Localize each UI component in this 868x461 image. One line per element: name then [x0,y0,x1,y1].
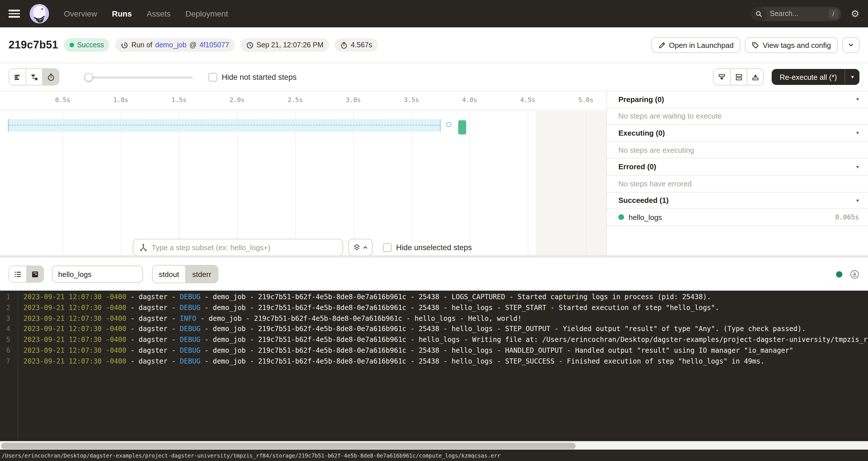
expand-bottom-icon[interactable] [714,69,730,85]
section-collapse-caret-icon[interactable]: ▾ [856,97,859,102]
timestamp-pill: Sep 21, 12:07:26 PM [241,38,329,52]
hide-unselected-control[interactable]: Hide unselected steps [383,243,472,252]
log-filter-input[interactable]: hello_logs [52,266,143,283]
horizontal-scrollbar[interactable] [0,441,868,450]
dagster-run-page: Overview Runs Assets Deployment Search..… [0,0,868,461]
gear-icon[interactable]: ⚙ [851,9,860,19]
dagster-logo-icon[interactable] [30,4,49,23]
reexecute-menu-caret[interactable]: ▾ [845,69,860,85]
tab-stdout[interactable]: stdout [153,266,185,283]
section-label: Succeeded (1) [618,196,669,205]
axis-tick-label: 0.5s [55,96,70,104]
section-collapse-caret-icon[interactable]: ▾ [856,164,859,170]
gantt-chart: 0.5s1.0s1.5s2.0s2.5s3.0s3.5s4.0s4.5s5.0s [0,91,607,255]
zoom-slider-track[interactable] [84,76,193,79]
view-flat-icon[interactable] [9,69,26,85]
step-row[interactable]: hello_logs0.065s [607,209,868,226]
nav-item-deployment[interactable]: Deployment [186,9,228,18]
reexecute-all-button[interactable]: Re-execute all (*) ▾ [772,69,860,85]
log-line-text: 2023-09-21 12:07:30 -0400 - dagster - IN… [18,314,522,325]
log-line-text: 2023-09-21 12:07:30 -0400 - dagster - DE… [18,325,806,336]
section-collapse-caret-icon[interactable]: ▾ [856,198,859,204]
duration-pill: 4.567s [335,38,378,52]
gridline [411,111,412,255]
log-file-path: /Users/erincochran/Desktop/dagster-examp… [0,452,500,458]
download-icon[interactable] [850,269,860,279]
log-capture-status-icon [836,271,842,277]
raw-log-view-icon[interactable] [26,266,43,282]
horizontal-scrollbar-thumb[interactable] [1,443,576,449]
structured-log-view-icon[interactable] [9,266,26,282]
step-duration: 0.065s [835,213,859,221]
gridline [528,111,528,255]
commit-link[interactable]: 4f105077 [199,41,229,49]
log-line: 62023-09-21 12:07:30 -0400 - dagster - D… [0,346,868,357]
step-name[interactable]: hello_logs [629,213,662,222]
section-label: Errored (0) [618,162,656,171]
open-in-launchpad-button[interactable]: Open in Launchpad [651,37,741,53]
hide-unselected-checkbox[interactable] [383,243,392,252]
nav-item-runs[interactable]: Runs [112,9,132,18]
step-section-header[interactable]: Errored (0)▾ [607,159,868,176]
step-status-panel: Preparing (0)▾No steps are waiting to ex… [607,91,868,255]
run-header: 219c7b51 Success Run of demo_job @ 4f105… [0,27,868,63]
tab-stderr[interactable]: stderr [185,266,218,283]
empty-state-text: No steps are waiting to execute [618,112,722,121]
gantt-toolbar: Hide not started steps [0,63,868,91]
run-actions-menu-button[interactable] [842,37,860,53]
log-line: 22023-09-21 12:07:30 -0400 - dagster - D… [0,304,868,314]
step-section-empty-state: No steps are executing [607,142,868,159]
step-section-header[interactable]: Executing (0)▾ [607,125,868,142]
run-id: 219c7b51 [8,39,58,51]
log-line: 32023-09-21 12:07:30 -0400 - dagster - I… [0,314,868,325]
zoom-slider-thumb[interactable] [84,73,93,81]
reexecute-all-label[interactable]: Re-execute all (*) [772,69,845,85]
gridline [470,111,470,255]
gantt-view-mode-group [8,68,59,86]
step-success-dot-icon [618,215,624,220]
job-link[interactable]: demo_job [155,41,187,49]
hide-not-started-control[interactable]: Hide not started steps [209,73,297,81]
axis-tick-label: 1.0s [114,96,128,104]
step-section-header[interactable]: Succeeded (1)▾ [607,192,868,209]
log-line-number: 4 [0,325,18,336]
section-collapse-caret-icon[interactable]: ▾ [856,130,859,136]
split-even-icon[interactable] [730,69,747,85]
log-line: 52023-09-21 12:07:30 -0400 - dagster - D… [0,336,868,346]
search-icon [751,6,767,21]
gridline [179,111,180,255]
expand-top-icon[interactable] [747,69,763,85]
step-section-empty-state: No steps have errored [607,176,868,192]
step-waiting-band [8,119,440,132]
step-subset-input[interactable]: Type a step subset (ex: hello_logs+) [133,239,343,255]
gridline [353,111,354,255]
zoom-slider[interactable] [84,73,193,81]
view-waterfall-icon[interactable] [26,69,42,85]
gridline [121,111,121,255]
view-timing-icon[interactable] [42,69,59,85]
log-line: 42023-09-21 12:07:30 -0400 - dagster - D… [0,325,868,336]
empty-state-text: No steps have errored [618,180,692,188]
hide-not-started-label: Hide not started steps [222,73,297,81]
chevron-down-icon [847,41,854,49]
hide-not-started-checkbox[interactable] [209,73,217,81]
log-line-text: 2023-09-21 12:07:30 -0400 - dagster - DE… [18,304,719,314]
view-tags-config-button[interactable]: View tags and config [745,37,838,53]
stopwatch-icon [341,41,348,49]
search-input[interactable]: Search... / [751,6,841,21]
log-line: 12023-09-21 12:07:30 -0400 - dagster - D… [0,293,868,304]
step-section-header[interactable]: Preparing (0)▾ [607,91,868,108]
chevron-up-icon [363,244,368,250]
nav-item-assets[interactable]: Assets [147,9,171,18]
status-dot-icon [69,43,74,47]
empty-state-text: No steps are executing [618,146,694,154]
top-nav: Overview Runs Assets Deployment Search..… [0,0,868,27]
step-execution-bar[interactable] [458,120,466,134]
nav-item-overview[interactable]: Overview [64,9,97,18]
log-line-number: 2 [0,304,18,314]
section-label: Preparing (0) [618,95,664,104]
graph-query-toggle-button[interactable] [348,239,373,255]
section-label: Executing (0) [618,129,665,137]
menu-icon[interactable] [8,10,20,18]
horizontal-splitter[interactable] [0,255,868,257]
